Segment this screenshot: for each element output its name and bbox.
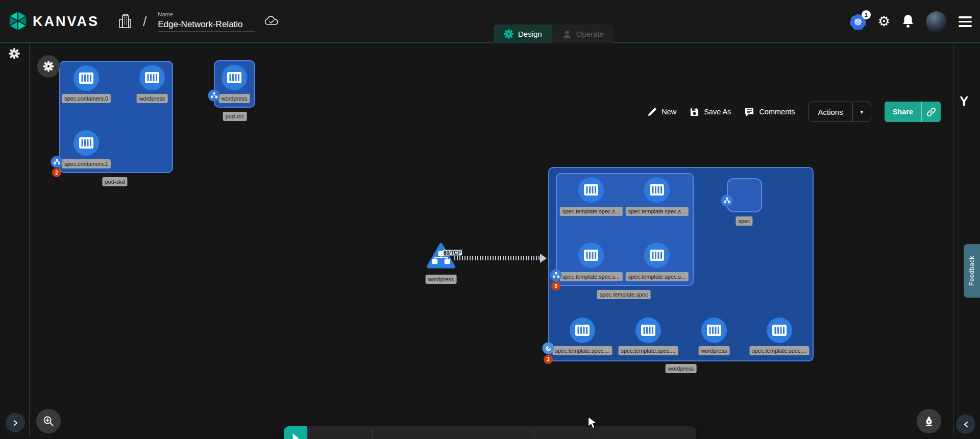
container-node[interactable] [578,242,604,268]
expand-left-panel-button[interactable] [6,413,25,432]
note-tool-button[interactable] [503,437,529,439]
save-icon [690,107,699,117]
node-label: spec.containers.0 [62,94,111,103]
svg-text:☸: ☸ [853,16,863,28]
save-as-button[interactable]: Save As [690,107,731,117]
tab-operate[interactable]: Operate [552,25,614,43]
toolbar-section-components: ☸ [308,426,372,439]
image-tool-button[interactable] [440,437,467,439]
settings-gear-icon[interactable]: ⚙ [878,15,890,29]
toolbar-section-annotations: T [373,426,534,439]
yaml-panel-icon[interactable]: Y [960,93,968,109]
history-spiral-icon[interactable] [9,48,20,61]
node-label: spec.template.spec.s... [560,207,623,216]
left-strip-divider [29,43,30,437]
comments-icon [744,107,754,117]
group-label-wordpress: wordpress [666,364,697,373]
edge-port-label: 80/TCP [443,250,462,256]
actions-dropdown-caret[interactable]: ▾ [852,102,871,121]
design-flower-icon [504,29,513,39]
organization-icon[interactable] [118,13,132,31]
save-as-label: Save As [704,108,731,116]
container-node[interactable] [767,318,792,343]
comments-button[interactable]: Comments [744,107,795,117]
container-node[interactable] [644,177,670,203]
import-drawer-tool-button[interactable] [604,437,630,439]
container-node[interactable] [644,242,670,268]
container-node[interactable] [635,318,661,343]
pod-badge-icon[interactable] [51,156,63,168]
design-name-label: Name [158,11,255,17]
container-node[interactable] [139,65,165,90]
error-count-badge[interactable]: 2 [52,168,61,177]
tab-design[interactable]: Design [494,25,552,43]
brand-name: KANVAS [33,14,99,30]
new-button[interactable]: New [647,107,676,117]
pod-badge-icon[interactable] [721,195,733,207]
error-count-badge[interactable]: 3 [551,281,560,290]
toolbar-section-misc: ? [599,426,696,439]
pencil-icon [647,107,657,117]
share-button[interactable]: Share [885,102,941,122]
operate-person-icon [562,30,572,39]
node-label: wordpress [699,346,730,355]
shapes-tool-button[interactable] [378,437,404,439]
node-label: spec.template.spec.... [619,346,678,355]
group-spec-template-spec[interactable] [556,173,694,286]
node-label: wordpress [137,94,168,103]
container-node[interactable] [74,130,99,156]
service-node[interactable] [427,243,455,271]
group-flower-action-button[interactable] [37,55,60,78]
mouse-cursor [587,416,598,431]
pod-badge-icon[interactable] [208,90,220,102]
feedback-tab[interactable]: Feedback [964,244,980,298]
node-label: wordpress [426,275,457,284]
breadcrumb-separator: / [143,14,146,30]
comment-tool-button[interactable] [409,437,435,439]
design-name-input[interactable] [158,18,255,32]
header-left: KANVAS / Name [7,0,279,43]
notifications-bell-icon[interactable] [901,14,915,30]
container-node[interactable] [74,65,99,91]
pen-tool-button[interactable] [538,437,565,439]
design-action-bar: New Save As Comments Actions ▾ Share [647,102,941,122]
help-tool-button[interactable]: ? [666,437,692,439]
kubernetes-tool-button[interactable]: ☸ [342,437,369,439]
mesh-badge-icon[interactable] [543,343,554,354]
pod-badge-icon[interactable] [550,270,562,281]
right-strip-divider [953,43,953,437]
container-node[interactable] [578,177,604,203]
layers-tool-button[interactable] [634,437,661,439]
kanvas-logo-icon[interactable] [7,10,29,34]
container-node[interactable] [570,318,595,343]
node-label: spec.template.spec.s... [560,272,623,281]
collapse-right-panel-button[interactable] [956,414,975,434]
freehand-tool-button[interactable] [569,437,595,439]
container-node[interactable] [222,65,247,90]
user-avatar[interactable] [926,11,947,33]
edge-arrowhead-icon [540,254,547,263]
mode-tabs: Design Operate [494,25,614,43]
ink-pen-button[interactable] [917,409,941,433]
group-spec[interactable] [727,178,762,212]
components-tool-button[interactable] [311,437,338,439]
network-edge[interactable] [454,256,541,260]
node-label: spec.template.spec.s... [626,272,689,281]
node-label: spec.template.spec.s... [626,207,689,216]
zoom-button[interactable] [36,409,61,433]
text-tool-button[interactable]: T [472,437,498,439]
node-label: spec.containers.1 [62,159,111,168]
container-node[interactable] [701,318,727,343]
context-count-badge: 1 [862,10,871,19]
menu-hamburger-icon[interactable] [959,16,972,27]
share-link-icon[interactable] [921,102,941,122]
header-right: ☸ 1 ⚙ [849,0,972,43]
kubernetes-context-button[interactable]: ☸ 1 [849,13,867,31]
error-count-badge[interactable]: 3 [544,355,553,364]
select-tool-button[interactable] [284,426,307,439]
actions-button[interactable]: Actions ▾ [808,102,871,122]
new-label: New [662,108,676,116]
design-canvas[interactable]: New Save As Comments Actions ▾ Share [0,43,980,437]
group-label-spec: spec [736,216,752,226]
group-label-pod-skd: pod-skd [102,177,127,186]
